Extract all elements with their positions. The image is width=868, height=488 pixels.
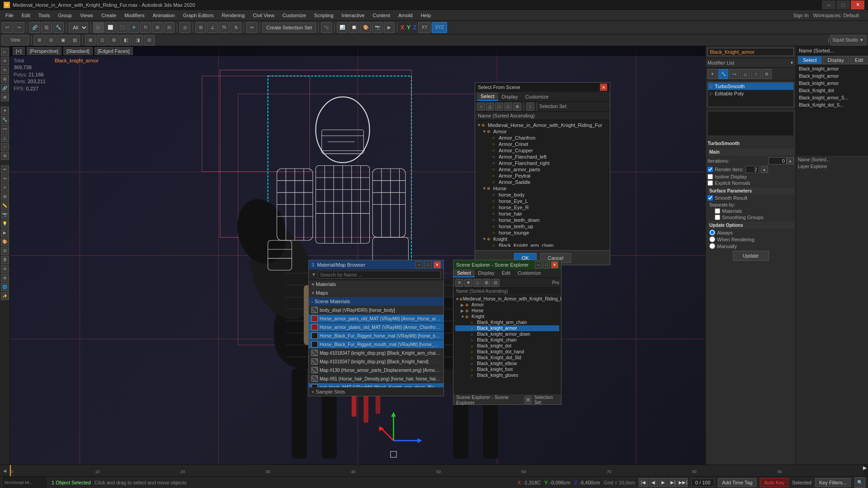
graph-editors-button[interactable]: 📊 (337, 22, 348, 33)
tree-armor-chanfron[interactable]: ○ Armor_Chanfron (477, 135, 608, 141)
select-region-button[interactable]: ⬜ (105, 22, 116, 33)
time-end[interactable]: ▶▶| (679, 478, 688, 487)
menu-tools[interactable]: Tools (35, 12, 54, 19)
tree-horse-eye-l[interactable]: ○ horse_Eye_L (477, 198, 608, 204)
update-button[interactable]: Update (733, 251, 769, 261)
mat-item-6[interactable]: Map #1018347 (knight_disp.png) [Black_Kn… (309, 357, 443, 366)
frp-item-1[interactable]: Black_knight_armor (796, 73, 868, 80)
schematic-button[interactable]: 🔲 (349, 22, 359, 33)
object-name-input[interactable] (708, 48, 794, 56)
se-filter-2[interactable]: ▼ (464, 279, 472, 287)
search-btn[interactable]: 🔍 (854, 477, 865, 488)
squash-button[interactable]: ⊟ (164, 22, 175, 33)
cmd-motion[interactable]: △ (740, 69, 750, 79)
mat-item-7[interactable]: Map #130 (Horse_armor_parts_Displacement… (309, 366, 443, 375)
bind-button[interactable]: 🔧 (53, 22, 64, 33)
align-button[interactable]: ⌥ (321, 22, 332, 33)
tree-horse-hair[interactable]: ○ horse_hair (477, 211, 608, 217)
mat-item-5[interactable]: Map #1018347 (knight_disp.png) [Black_Kn… (309, 349, 443, 357)
cmd-create[interactable]: ✦ (708, 69, 717, 79)
se-filter-5[interactable]: ⊟ (491, 279, 500, 287)
material-tool-btn[interactable]: 🎨 (1, 238, 9, 246)
always-radio[interactable] (709, 230, 715, 235)
menu-views[interactable]: Views (76, 12, 97, 19)
se-footer-btn-1[interactable]: ⊞ (524, 396, 532, 404)
create-selection-set-button[interactable]: Create Selection Set (262, 23, 316, 33)
pivot-button[interactable]: ◎ (179, 22, 190, 33)
camera-tool-btn[interactable]: 📷 (1, 211, 9, 219)
isoline-checkbox[interactable] (708, 174, 713, 179)
se-knight-foot[interactable]: ○ Black_knight_foot (455, 366, 559, 372)
auto-key-btn[interactable]: Auto Key (760, 478, 788, 487)
se-armor[interactable]: ▶ ⊕ Armor (455, 302, 559, 308)
frp-item-5[interactable]: Black_Knight_dot_S... (796, 102, 868, 109)
time-prev[interactable]: ◀ (649, 478, 658, 487)
measure-tool-btn[interactable]: 📏 (1, 202, 9, 210)
tree-horse-teeth-down[interactable]: ○ horse_teeth_down (477, 217, 608, 223)
key-filters-btn[interactable]: Key Filters... (815, 478, 851, 487)
viewport-plus-label[interactable]: [+] (13, 47, 25, 55)
move-button[interactable]: ✛ (128, 22, 139, 33)
mat-item-0[interactable]: body_displ (VRayHDRI) [horse_body] (309, 306, 443, 314)
menu-group[interactable]: Group (54, 12, 75, 19)
viewport-opt-2[interactable]: ⊡ (97, 35, 108, 46)
se-filter-3[interactable]: □ (473, 279, 481, 287)
viewport-layout-2[interactable]: ⊟ (46, 35, 57, 46)
unlink-button[interactable]: ⛓ (41, 22, 52, 33)
se-knight-armor[interactable]: ○ Black_knight_armor (455, 325, 559, 331)
menu-interactive[interactable]: Interactive (338, 12, 368, 19)
scene-tree[interactable]: ▼ ⊕ Medieval_Horse_in_Armor_with_Knight_… (475, 120, 610, 247)
maximize-button[interactable]: □ (836, 0, 850, 9)
snap-tool-btn[interactable]: ⊠ (1, 93, 9, 101)
tree-arm-chain[interactable]: ○ Black_Knight_arm_chain (477, 242, 608, 247)
sort-btn[interactable]: ↕ (526, 103, 534, 111)
view-dropdown-button[interactable]: View (2, 35, 29, 46)
filter-btn-2[interactable]: △ (486, 103, 494, 111)
filter-btn-4[interactable]: ◇ (504, 103, 512, 111)
rotate-button[interactable]: ↻ (140, 22, 151, 33)
select-all-button[interactable]: ⬛ (117, 22, 127, 33)
array-tool-btn[interactable]: ⊞ (1, 192, 9, 201)
sign-in-label[interactable]: Sign In (793, 13, 808, 18)
add-time-tag-btn[interactable]: Add Time Tag (718, 478, 756, 487)
se-root[interactable]: ▼ ⊕ Medieval_Horse_in_Armor_with_Knight_… (455, 296, 559, 302)
menu-civil-view[interactable]: Civil View (249, 12, 278, 19)
snap-toggle-button[interactable]: ⊞ (195, 22, 206, 33)
frp-item-0[interactable]: Black_knight_armor (796, 66, 868, 73)
undo-button[interactable]: ↩ (2, 22, 13, 33)
time-next[interactable]: ▶| (669, 478, 678, 487)
viewport-layout-3[interactable]: ▣ (57, 35, 68, 46)
xy-button[interactable]: XY (418, 22, 431, 33)
ribbon-tool-btn[interactable]: ≋ (1, 265, 9, 273)
se-tab-display[interactable]: Display (475, 269, 498, 277)
xyz-button[interactable]: XYZ (432, 22, 447, 33)
se-tab-edit[interactable]: Edit (498, 269, 514, 277)
se-knight-dot-hand[interactable]: ○ Black_knight_dot_hand (455, 349, 559, 355)
hierarchy-tool-btn[interactable]: ⊶ (1, 125, 9, 133)
tree-horse-eye-r[interactable]: ○ horse_Eye_R (477, 204, 608, 211)
menu-create[interactable]: Create (98, 12, 120, 19)
tree-armor-saddle[interactable]: ○ Armor_Saddle (477, 179, 608, 185)
render-iters-checkbox[interactable] (708, 167, 713, 172)
menu-file[interactable]: File (2, 12, 17, 19)
paint-tool-btn[interactable]: ✏ (1, 165, 9, 174)
frp-display-btn[interactable]: Display (823, 56, 849, 64)
viewport-perspective-label[interactable]: [Perspective] (27, 47, 62, 55)
viewport-opt-4[interactable]: ◧ (120, 35, 131, 46)
mat-category-maps[interactable]: + Maps (309, 289, 443, 297)
se-knight-elbow[interactable]: ○ Black_knight_elbow (455, 361, 559, 366)
material-search-input[interactable] (318, 271, 441, 279)
se-horse[interactable]: ▶ ⊕ Horse (455, 308, 559, 314)
manually-radio[interactable] (709, 243, 715, 249)
viewport-standard-label[interactable]: [Standard] (63, 47, 93, 55)
se-knight[interactable]: ▼ ⊕ Knight (455, 314, 559, 319)
move-tool-btn[interactable]: ✛ (1, 57, 9, 65)
viewport-opt-3[interactable]: ⊞ (108, 35, 119, 46)
link-tool-btn[interactable]: 🔗 (1, 84, 9, 92)
se-tab-customize[interactable]: Customize (514, 269, 545, 277)
se-arm-chain[interactable]: ○ Black_Knight_arm_chain (455, 319, 559, 325)
tree-armor-crinet[interactable]: ○ Armor_Crinet (477, 141, 608, 147)
se-tab-select[interactable]: Select (453, 269, 475, 277)
mirror-button[interactable]: ⇔ (246, 22, 257, 33)
redo-button[interactable]: ↪ (14, 22, 24, 33)
